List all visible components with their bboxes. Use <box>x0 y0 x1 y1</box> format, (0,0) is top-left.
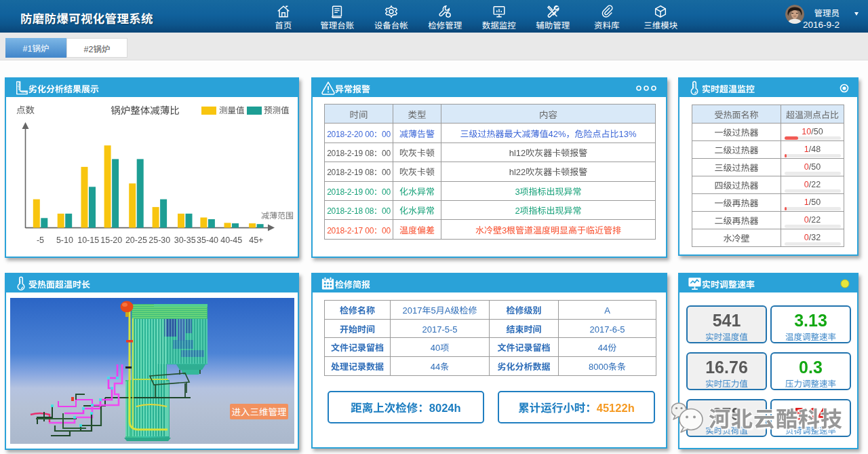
svg-text:测量值: 测量值 <box>219 103 245 116</box>
svg-text:10-15: 10-15 <box>77 233 99 246</box>
svg-text:预测值: 预测值 <box>264 103 290 116</box>
svg-text:45+: 45+ <box>249 233 263 246</box>
svg-text:减薄范围: 减薄范围 <box>261 209 294 221</box>
svg-text:25-30: 25-30 <box>149 233 170 246</box>
svg-text:30-35: 30-35 <box>174 233 196 246</box>
svg-text:15-20: 15-20 <box>100 233 122 246</box>
svg-text:点数: 点数 <box>16 102 35 116</box>
svg-text:5-10: 5-10 <box>56 233 73 246</box>
svg-text:35-40: 35-40 <box>197 233 218 246</box>
svg-text:40-45: 40-45 <box>220 233 242 246</box>
svg-text:锅炉整体减薄比: 锅炉整体减薄比 <box>111 102 180 117</box>
svg-text:20-25: 20-25 <box>125 233 147 246</box>
svg-text:-5: -5 <box>37 233 44 246</box>
